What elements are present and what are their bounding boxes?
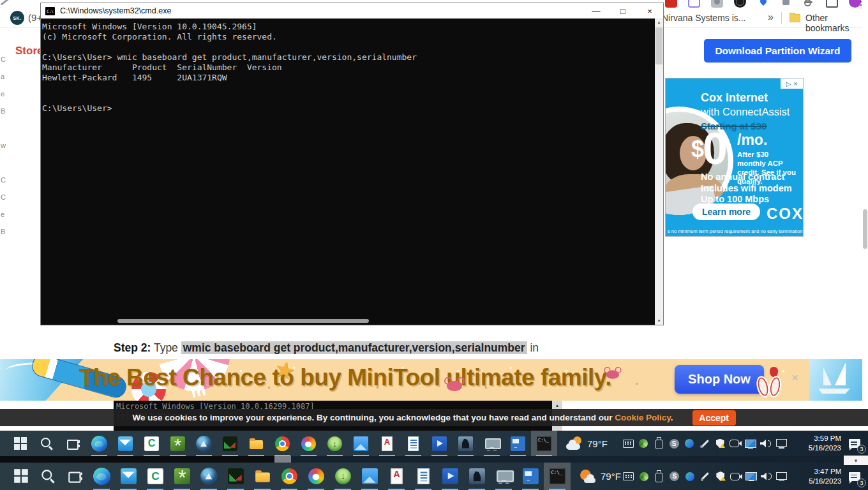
skype-tray-icon[interactable] — [666, 434, 682, 452]
bookmarks-overflow-chevron-icon[interactable]: » — [768, 11, 774, 23]
download-partition-wizard-button[interactable]: Download Partition Wizard — [704, 39, 851, 63]
volume-icon[interactable] — [759, 468, 774, 486]
accept-cookies-button[interactable]: Accept — [692, 410, 736, 426]
idm-icon[interactable] — [329, 463, 356, 490]
projector-app-icon[interactable] — [490, 463, 517, 490]
square-extension-icon[interactable] — [826, 0, 838, 8]
adchoices-icon[interactable]: ▷ — [786, 80, 791, 87]
green-burst-app-icon[interactable] — [165, 431, 191, 456]
camera-extension-icon[interactable] — [711, 0, 723, 8]
learn-more-button[interactable]: Learn more — [692, 204, 760, 220]
camtasia-icon[interactable] — [138, 431, 165, 456]
cmd-console[interactable]: Microsoft Windows [Version 10.0.19045.29… — [41, 19, 655, 325]
display-tray-icon[interactable] — [743, 434, 758, 452]
cmd-title-bar[interactable]: C:\ C:\Windows\system32\cmd.exe — □ × — [41, 3, 663, 19]
camtasia-icon[interactable] — [142, 463, 168, 490]
start-button[interactable] — [8, 431, 34, 456]
pen-tray-icon[interactable] — [697, 434, 712, 452]
bookmark-favicon-sk[interactable]: SK. — [10, 11, 24, 25]
puzzle-extension-icon[interactable] — [780, 0, 792, 8]
edge-tray-icon[interactable] — [682, 468, 698, 486]
edge-tray-icon[interactable] — [682, 434, 697, 452]
windows-security-icon[interactable] — [713, 468, 728, 486]
cmd-horizontal-scrollbar[interactable] — [117, 319, 369, 323]
start-button[interactable] — [8, 463, 34, 490]
globe-extension-icon[interactable] — [734, 0, 746, 8]
word-document-app-icon[interactable] — [374, 431, 400, 456]
action-center-button[interactable]: 3 — [841, 463, 868, 490]
edge-icon[interactable] — [88, 463, 115, 490]
cox-ad[interactable]: ▷ × Cox Internet with ConnectAssist Star… — [666, 78, 803, 236]
mail-icon[interactable] — [115, 463, 142, 490]
edge-icon[interactable] — [86, 431, 112, 456]
touch-keyboard-icon[interactable] — [620, 434, 636, 452]
shop-now-button[interactable]: Shop Now — [675, 365, 764, 394]
orb-app-icon[interactable] — [191, 431, 217, 456]
cmd-window[interactable]: C:\ C:\Windows\system32\cmd.exe — □ × Mi… — [40, 3, 664, 325]
pdf-extension-icon[interactable] — [665, 0, 677, 8]
key-extension-icon[interactable] — [803, 0, 815, 8]
cookie-policy-link[interactable]: Cookie Policy — [615, 413, 671, 422]
orb-app-icon[interactable] — [195, 463, 222, 490]
kindle-icon[interactable] — [463, 463, 490, 490]
scroll-down-chevron[interactable]: ▾ — [844, 456, 868, 465]
cmd-icon[interactable] — [531, 431, 557, 456]
trading-chart-app-icon[interactable] — [222, 463, 249, 490]
clock[interactable]: 3:47 PM 5/16/2023 — [792, 467, 841, 486]
system-panel-app-icon[interactable] — [505, 431, 531, 456]
meet-now-icon[interactable] — [728, 468, 744, 486]
bookmark-nirvana[interactable]: Nirvana Systems is... — [662, 13, 745, 23]
close-button[interactable]: × — [636, 3, 663, 19]
windows-security-icon[interactable] — [712, 434, 728, 452]
ad-close-icon[interactable]: × — [793, 80, 797, 87]
paint-palette-app-icon[interactable] — [296, 431, 322, 456]
writer-document-app-icon[interactable] — [400, 431, 426, 456]
network-icon[interactable] — [774, 468, 789, 486]
weather-widget[interactable]: 79°F — [580, 470, 621, 484]
purple-extension-icon[interactable] — [688, 0, 700, 8]
paint-palette-app-icon[interactable] — [303, 463, 329, 490]
trading-chart-app-icon[interactable] — [217, 431, 243, 456]
store-link[interactable]: Store — [15, 45, 43, 57]
action-center-button[interactable]: 3 — [841, 431, 868, 456]
minimize-button[interactable]: — — [583, 3, 610, 19]
skype-tray-icon[interactable] — [667, 468, 682, 486]
task-view-icon[interactable] — [61, 463, 88, 490]
page-scrollbar-thumb[interactable] — [863, 209, 867, 249]
idm-icon[interactable] — [322, 431, 348, 456]
movies-tv-icon[interactable] — [426, 431, 453, 456]
other-bookmarks-folder-icon[interactable] — [789, 14, 800, 22]
display-tray-icon[interactable] — [744, 468, 759, 486]
cmd-scrollbar-thumb[interactable] — [655, 27, 662, 64]
pen-tray-icon[interactable] — [698, 468, 713, 486]
usb-device-icon[interactable] — [652, 468, 667, 486]
photos-icon[interactable] — [356, 463, 383, 490]
scroll-down-icon[interactable]: ▾ — [655, 318, 663, 323]
clock[interactable]: 3:59 PM 5/16/2023 — [791, 434, 841, 453]
weather-widget[interactable]: 79°F — [566, 436, 608, 450]
banner-close-icon[interactable]: × — [791, 371, 798, 385]
search-icon[interactable] — [34, 463, 61, 490]
search-icon[interactable] — [34, 431, 60, 456]
movies-tv-icon[interactable] — [437, 463, 463, 490]
maximize-button[interactable]: □ — [610, 3, 636, 19]
idm-tray-icon[interactable] — [636, 468, 652, 486]
other-bookmarks-label[interactable]: Other bookmarks — [805, 13, 868, 33]
page-scrollbar[interactable] — [862, 0, 868, 431]
kindle-icon[interactable] — [453, 431, 479, 456]
meet-now-icon[interactable] — [728, 434, 743, 452]
chrome-icon[interactable] — [269, 431, 296, 456]
green-burst-app-icon[interactable] — [168, 463, 195, 490]
file-explorer-icon[interactable] — [243, 431, 269, 456]
projector-app-icon[interactable] — [479, 431, 505, 456]
scroll-up-icon[interactable]: ▴ — [556, 403, 558, 408]
cmd-icon[interactable] — [544, 463, 571, 490]
volume-icon[interactable] — [758, 434, 774, 452]
file-explorer-icon[interactable] — [249, 463, 276, 490]
task-view-icon[interactable] — [60, 431, 86, 456]
idm-tray-icon[interactable] — [636, 434, 651, 452]
system-panel-app-icon[interactable] — [517, 463, 544, 490]
touch-keyboard-icon[interactable] — [621, 468, 636, 486]
pin-extension-icon[interactable] — [757, 0, 769, 8]
minitool-banner[interactable]: The Best Chance to buy MiniTool ultimate… — [0, 359, 868, 401]
